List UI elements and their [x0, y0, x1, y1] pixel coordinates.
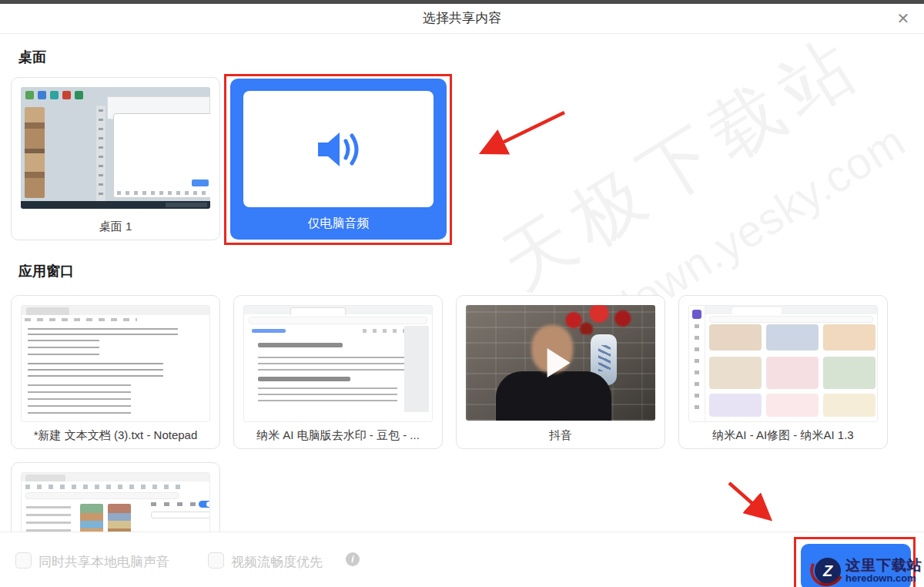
notepad-menubar [25, 318, 137, 321]
photo-card [766, 324, 819, 351]
info-icon[interactable]: i [346, 552, 360, 566]
douyin-thumbnail [466, 305, 655, 421]
photo-card [709, 394, 762, 417]
explorer-toolbar [25, 485, 187, 489]
heredown-logo-domain: heredown.com [845, 573, 922, 584]
audio-tile-inner [243, 91, 434, 207]
explorer-address-bar [25, 492, 179, 499]
desktop-dialog-button [192, 179, 209, 186]
text-lines [28, 340, 99, 355]
desktop-icon [25, 91, 34, 99]
section-header-apps: 应用窗口 [18, 262, 74, 280]
watermark-line1: 天极下载站 [484, 14, 880, 311]
tile-label: 仅电脑音频 [230, 216, 447, 232]
tile-label: 纳米AI - AI修图 - 纳米AI 1.3 [679, 428, 887, 443]
photo-card [766, 394, 819, 417]
photo-card [709, 324, 762, 351]
text-lines [28, 383, 131, 414]
doc-heading [258, 343, 343, 347]
sidebar-icons [695, 324, 699, 409]
photo-card [709, 357, 762, 389]
photo-card [766, 357, 819, 389]
text-lines [28, 326, 178, 335]
tile-computer-audio-only[interactable]: 仅电脑音频 [230, 79, 447, 240]
tile-douyin[interactable]: 抖音 [456, 295, 665, 449]
avatar [692, 310, 701, 319]
desktop-toolbar-strip [96, 106, 105, 204]
toggle-switch [199, 501, 210, 508]
desktop-dialog-window [113, 113, 210, 198]
close-icon[interactable]: ✕ [892, 6, 915, 31]
heredown-logo-title: 这里下载站 [845, 558, 922, 573]
desktop-icon [50, 91, 59, 99]
tile-label: *新建 文本文档 (3).txt - Notepad [12, 428, 219, 443]
tile-desktop-1[interactable]: 桌面 1 [11, 77, 220, 240]
share-local-sound-checkbox[interactable] [15, 552, 32, 569]
person-silhouette [496, 371, 611, 421]
desktop-photo-strip [25, 107, 45, 198]
dialog-footer: 同时共享本地电脑声音 视频流畅度优先 i [0, 532, 924, 587]
heredown-logo-icon: Z [815, 558, 841, 584]
explorer-search-box [151, 512, 210, 518]
tile-doubao-doc[interactable]: 纳米 AI 电脑版去水印 - 豆包 - ... [233, 295, 443, 449]
nami-thumbnail [688, 305, 878, 422]
explorer-tab [25, 475, 65, 481]
photo-card [823, 357, 875, 389]
tile-nami-ai[interactable]: 纳米AI - AI修图 - 纳米AI 1.3 [678, 295, 888, 449]
tile-notepad[interactable]: *新建 文本文档 (3).txt - Notepad [11, 295, 220, 449]
doc-paragraph [258, 352, 404, 371]
vase-pattern [598, 345, 611, 371]
video-smoothness-label: 视频流畅度优先 [231, 553, 323, 571]
doc-link-line [252, 329, 286, 333]
notepad-thumbnail [21, 305, 210, 422]
arrow-to-audio-tile [484, 112, 564, 152]
tile-label: 纳米 AI 电脑版去水印 - 豆包 - ... [234, 428, 442, 443]
dialog-titlebar: 选择共享内容 ✕ [0, 4, 924, 33]
browser-tab [290, 307, 346, 315]
browser-urlbar [709, 316, 873, 323]
doc-heading [258, 377, 350, 381]
heredown-logo-text: 这里下载站 heredown.com [845, 558, 922, 584]
photo-card [823, 324, 875, 351]
doubao-thumbnail [243, 305, 433, 422]
explorer-nav-pane [26, 504, 71, 532]
section-header-desktop: 桌面 [18, 48, 46, 66]
browser-tab [732, 307, 782, 314]
video-smoothness-checkbox[interactable] [208, 552, 224, 569]
arrow-to-share-button [729, 483, 768, 518]
share-local-sound-label: 同时共享本地电脑声音 [38, 553, 169, 571]
titlebar-divider [0, 33, 924, 34]
desktop-icon [62, 91, 71, 99]
photo-card [823, 394, 875, 417]
browser-urlbar [249, 317, 427, 324]
tile-label: 桌面 1 [12, 220, 219, 234]
play-icon [547, 348, 571, 377]
desktop1-thumbnail [21, 87, 210, 209]
doc-paragraph [258, 386, 397, 401]
red-flowers [557, 305, 641, 334]
notepad-tab [26, 307, 69, 315]
desktop-icon [75, 91, 83, 99]
browser-titlebar [705, 306, 877, 314]
desktop-dialog-toolbar [117, 191, 209, 195]
desktop-icon [38, 91, 46, 99]
heredown-logo: Z 这里下载站 heredown.com [815, 554, 924, 587]
speaker-icon [313, 129, 364, 170]
doc-sidebar [404, 326, 429, 412]
dialog-title: 选择共享内容 [0, 4, 924, 33]
tile-label: 抖音 [457, 428, 665, 443]
text-lines [28, 360, 163, 377]
desktop-taskbar-tray [166, 203, 207, 207]
